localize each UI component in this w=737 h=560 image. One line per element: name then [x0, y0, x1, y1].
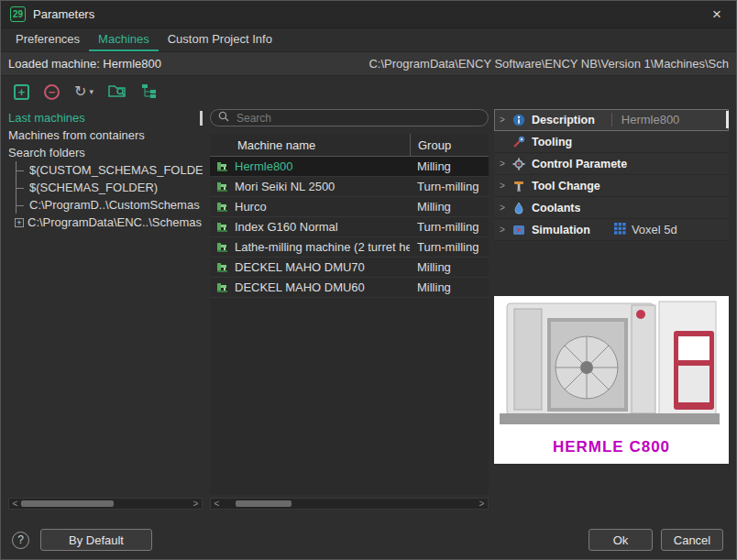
- column-group[interactable]: Group: [410, 134, 489, 156]
- machine-caption: HERMLE C800: [494, 438, 729, 456]
- loaded-machine-bar: Loaded machine: Hermle800 C:\ProgramData…: [1, 52, 736, 76]
- middle-horizontal-scrollbar[interactable]: < >: [210, 498, 489, 510]
- machine-icon: [210, 181, 235, 192]
- expand-icon[interactable]: +: [15, 218, 24, 227]
- right-vertical-scrollbar-thumb[interactable]: [726, 111, 729, 128]
- coolant-drop-icon: [512, 202, 526, 214]
- section-tooling[interactable]: Tooling: [494, 131, 729, 153]
- simulation-mode[interactable]: Voxel 5d: [614, 223, 677, 237]
- tab-custom-project-info[interactable]: Custom Project Info: [159, 28, 281, 51]
- simulation-mode-label: Voxel 5d: [632, 223, 677, 236]
- source-item-machines-from-containers[interactable]: Machines from containers: [8, 126, 203, 144]
- cancel-button[interactable]: Cancel: [661, 529, 723, 551]
- search-folder-button[interactable]: [108, 82, 126, 101]
- tree-branch-icon: [16, 161, 27, 179]
- source-label: Last machines: [8, 111, 85, 125]
- ok-button[interactable]: Ok: [588, 529, 653, 551]
- machines-folder-path: C:\ProgramData\ENCY Software\ENCY NB\Ver…: [368, 57, 729, 71]
- tab-machines[interactable]: Machines: [89, 28, 159, 51]
- source-item-schemas-path[interactable]: + C:\ProgramData\ENC..\Schemas: [8, 214, 203, 231]
- left-vertical-scrollbar-thumb[interactable]: [200, 111, 203, 126]
- machines-toolbar: + − ↻ ▾: [1, 76, 736, 107]
- search-input[interactable]: [235, 111, 480, 126]
- source-item-custom-schemas-folder[interactable]: $(CUSTOM_SCHEMAS_FOLDER): [8, 161, 203, 179]
- section-control-parameters[interactable]: > Control Paramete: [494, 153, 729, 175]
- section-tool-change[interactable]: > Tool Change: [494, 175, 729, 197]
- machine-sources-panel: Last machines Machines from containers S…: [8, 109, 203, 510]
- machine-group: Milling: [410, 200, 489, 214]
- dropdown-caret-icon: ▾: [89, 87, 94, 96]
- left-horizontal-scrollbar[interactable]: < >: [8, 498, 203, 510]
- section-label: Coolants: [532, 202, 580, 214]
- refresh-button[interactable]: ↻ ▾: [74, 84, 94, 99]
- window-title: Parameters: [33, 7, 94, 21]
- tree-branch-icon: [16, 179, 27, 196]
- source-label: $(SCHEMAS_FOLDER): [29, 181, 158, 194]
- machine-group: Turn-milling: [410, 220, 489, 234]
- source-item-custom-schemas-path[interactable]: C:\ProgramD..\CustomSchemas: [8, 196, 203, 214]
- dialog-footer: ? By Default Ok Cancel: [1, 527, 736, 553]
- machine-row-deckel-dmu60[interactable]: DECKEL MAHO DMU60 Milling: [210, 278, 489, 298]
- scroll-left-icon[interactable]: <: [9, 499, 21, 509]
- machine-icon: [210, 160, 235, 172]
- titlebar: 29 Parameters ×: [1, 1, 736, 28]
- search-icon: [218, 111, 229, 125]
- add-machine-button[interactable]: +: [14, 84, 29, 100]
- machine-name: Hermle800: [235, 159, 410, 173]
- tooling-icon: [512, 136, 526, 148]
- remove-machine-button[interactable]: −: [44, 84, 60, 100]
- close-button[interactable]: ×: [707, 5, 727, 24]
- machine-row-hurco[interactable]: Hurco Milling: [210, 197, 489, 217]
- scrollbar-thumb[interactable]: [236, 500, 292, 507]
- source-item-last-machines[interactable]: Last machines: [8, 109, 203, 126]
- plus-icon: +: [14, 84, 29, 100]
- scrollbar-track[interactable]: [223, 499, 476, 509]
- minus-icon: −: [44, 84, 60, 100]
- chevron-right-icon: >: [499, 181, 506, 191]
- source-label: $(CUSTOM_SCHEMAS_FOLDER): [29, 163, 203, 177]
- refresh-icon: ↻: [74, 84, 86, 99]
- description-value: Hermle800: [611, 113, 680, 126]
- scroll-left-icon[interactable]: <: [211, 499, 223, 509]
- tab-preferences[interactable]: Preferences: [6, 28, 89, 51]
- gear-icon: [512, 158, 526, 170]
- section-label: Description: [532, 114, 595, 126]
- chevron-right-icon: >: [499, 225, 506, 235]
- machine-row-hermle800[interactable]: Hermle800 Milling: [210, 157, 489, 177]
- tree-branch-icon: [16, 196, 27, 214]
- parameters-dialog: 29 Parameters × Preferences Machines Cus…: [0, 0, 737, 560]
- loaded-machine-label: Loaded machine: Hermle800: [8, 57, 161, 71]
- machine-name: DECKEL MAHO DMU60: [235, 280, 410, 294]
- source-item-search-folders[interactable]: Search folders: [8, 144, 203, 161]
- section-simulation[interactable]: > Simulation Voxel 5d: [494, 219, 729, 241]
- column-machine-name[interactable]: Machine name: [210, 134, 410, 156]
- section-coolants[interactable]: > Coolants: [494, 197, 729, 219]
- machine-name: Index G160 Normal: [235, 220, 410, 234]
- scrollbar-thumb[interactable]: [21, 500, 114, 507]
- section-label: Tooling: [532, 136, 572, 148]
- machine-row-mori-seiki[interactable]: Mori Seiki NL 2500 Turn-milling: [210, 177, 489, 197]
- section-label: Control Paramete: [532, 158, 627, 170]
- machines-table: Machine name Group Hermle800 Milling Mor…: [210, 134, 489, 495]
- machine-row-index-g160[interactable]: Index G160 Normal Turn-milling: [210, 217, 489, 237]
- scroll-right-icon[interactable]: >: [190, 499, 202, 509]
- scroll-right-icon[interactable]: >: [476, 499, 488, 509]
- by-default-button[interactable]: By Default: [40, 529, 152, 551]
- scrollbar-track[interactable]: [21, 499, 190, 509]
- tool-change-icon: [512, 180, 526, 192]
- help-button[interactable]: ?: [12, 532, 29, 549]
- machine-group: Milling: [410, 159, 489, 173]
- machine-properties-panel: > Description Hermle800 Tooling > Contro…: [494, 109, 729, 510]
- machine-icon: [210, 201, 235, 213]
- section-description[interactable]: > Description Hermle800: [494, 109, 729, 131]
- table-header: Machine name Group: [210, 134, 489, 157]
- machine-row-deckel-dmu70[interactable]: DECKEL MAHO DMU70 Milling: [210, 258, 489, 278]
- machine-row-lathe-milling[interactable]: Lathe-milling machine (2 turret he... Tu…: [210, 237, 489, 258]
- machine-icon: [210, 221, 235, 233]
- chevron-right-icon: >: [499, 115, 506, 125]
- machine-group: Milling: [410, 280, 489, 294]
- machines-list-panel: Machine name Group Hermle800 Milling Mor…: [210, 109, 489, 510]
- voxel-grid-icon: [614, 223, 626, 237]
- tree-view-button[interactable]: [141, 83, 158, 101]
- source-item-schemas-folder[interactable]: $(SCHEMAS_FOLDER): [8, 179, 203, 196]
